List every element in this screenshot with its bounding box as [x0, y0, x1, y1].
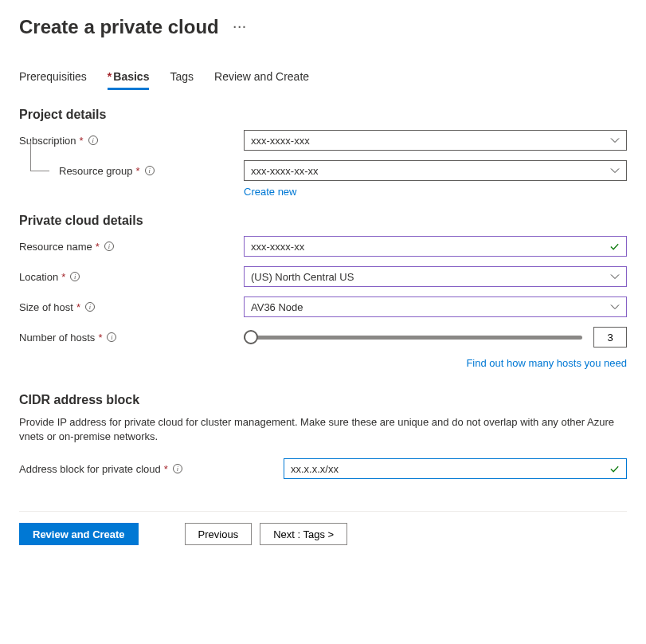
address-block-label: Address block for private cloud * i	[19, 463, 284, 475]
cidr-heading: CIDR address block	[19, 393, 627, 407]
chevron-down-icon	[610, 135, 620, 145]
tab-prerequisites[interactable]: Prerequisities	[19, 70, 87, 90]
num-hosts-label: Number of hosts * i	[19, 332, 244, 344]
valid-check-icon	[609, 242, 620, 252]
review-and-create-button[interactable]: Review and Create	[19, 523, 139, 545]
footer-actions: Review and Create Previous Next : Tags >	[19, 511, 627, 545]
chevron-down-icon	[610, 166, 620, 175]
subscription-label: Subscription * i	[19, 135, 244, 147]
info-icon[interactable]: i	[88, 135, 98, 145]
info-icon[interactable]: i	[107, 332, 116, 342]
valid-check-icon	[609, 464, 620, 474]
more-actions-button[interactable]: ···	[233, 21, 248, 33]
info-icon[interactable]: i	[145, 166, 155, 175]
required-indicator: *	[61, 271, 65, 283]
required-indicator: *	[98, 332, 102, 344]
tab-review[interactable]: Review and Create	[214, 70, 309, 90]
tab-basics[interactable]: *Basics	[108, 70, 150, 90]
info-icon[interactable]: i	[70, 272, 80, 281]
resource-group-label: Resource group * i	[19, 165, 244, 177]
info-icon[interactable]: i	[85, 302, 95, 312]
page-title-text: Create a private cloud	[19, 16, 219, 38]
slider-thumb[interactable]	[244, 330, 258, 344]
chevron-down-icon	[610, 302, 620, 312]
private-cloud-heading: Private cloud details	[19, 214, 627, 228]
host-size-label: Size of host * i	[19, 301, 244, 313]
num-hosts-slider[interactable]	[244, 330, 582, 344]
info-icon[interactable]: i	[173, 464, 182, 473]
create-new-resource-group-link[interactable]: Create new	[244, 186, 296, 198]
required-indicator: *	[80, 135, 84, 147]
subscription-select[interactable]: xxx-xxxx-xxx	[244, 130, 627, 151]
num-hosts-input[interactable]	[593, 327, 627, 348]
tree-connector	[30, 141, 49, 171]
location-label: Location * i	[19, 271, 244, 283]
host-size-select[interactable]: AV36 Node	[244, 296, 627, 317]
required-indicator: *	[164, 463, 168, 475]
cidr-description: Provide IP address for private cloud for…	[19, 415, 627, 444]
info-icon[interactable]: i	[104, 242, 114, 251]
hosts-help-link[interactable]: Find out how many hosts you need	[466, 357, 627, 369]
tabs: Prerequisities *Basics Tags Review and C…	[19, 70, 627, 90]
page-title: Create a private cloud ···	[19, 16, 627, 38]
tab-tags[interactable]: Tags	[170, 70, 194, 90]
address-block-input[interactable]: xx.x.x.x/xx	[284, 458, 627, 479]
required-indicator: *	[76, 301, 80, 313]
chevron-down-icon	[610, 272, 620, 281]
required-indicator: *	[136, 165, 140, 177]
resource-name-label: Resource name * i	[19, 241, 244, 253]
location-select[interactable]: (US) North Central US	[244, 266, 627, 287]
resource-group-select[interactable]: xxx-xxxx-xx-xx	[244, 160, 627, 181]
resource-name-input[interactable]: xxx-xxxx-xx	[244, 236, 627, 257]
previous-button[interactable]: Previous	[185, 523, 253, 545]
required-indicator: *	[96, 241, 100, 253]
next-button[interactable]: Next : Tags >	[260, 523, 347, 545]
project-details-heading: Project details	[19, 108, 627, 122]
